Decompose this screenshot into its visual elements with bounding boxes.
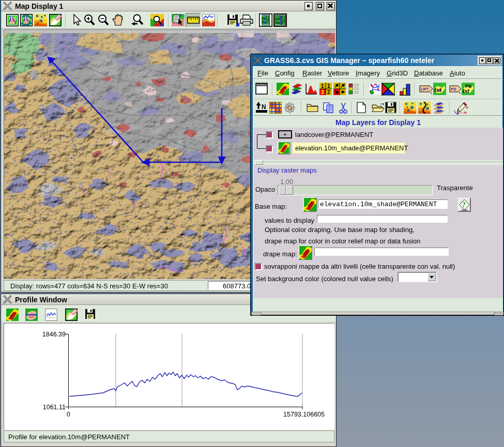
svg-text:15793.106605: 15793.106605 [283, 411, 325, 418]
svg-text:2: 2 [327, 89, 330, 95]
svg-text:0: 0 [67, 411, 70, 418]
svg-text:N: N [262, 103, 266, 111]
svg-text:1061.11: 1061.11 [43, 404, 66, 411]
svg-text:3: 3 [321, 89, 324, 95]
svg-text:LIPT: LIPT [421, 87, 429, 91]
svg-text:PS: PS [451, 87, 456, 91]
svg-text:txt: txt [434, 86, 441, 94]
svg-text:?: ? [462, 201, 466, 209]
svg-text:1846.39: 1846.39 [42, 331, 66, 338]
svg-text:1: 1 [321, 83, 324, 89]
svg-text:txt: txt [463, 87, 469, 95]
svg-text:1: 1 [327, 83, 330, 89]
